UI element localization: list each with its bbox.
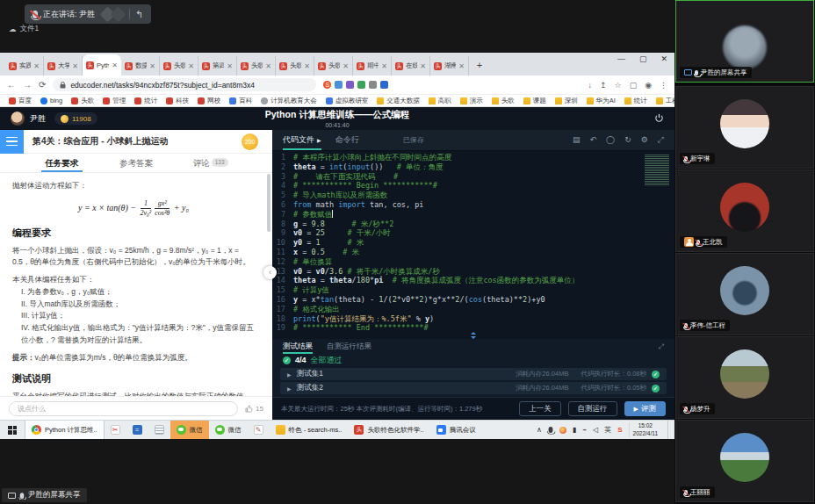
history-icon[interactable]: ↻ [624,135,631,145]
bookmark-item[interactable]: 百科 [229,97,252,105]
tab-close-icon[interactable]: ✕ [33,62,40,70]
browser-tab[interactable]: 头在线编✕ [392,56,430,76]
editor-minimap[interactable] [645,155,669,186]
participant-tile[interactable]: 李伟-信工程 [675,253,814,335]
comment-input[interactable]: 说点什么 [9,401,238,416]
browser-tab[interactable]: 头第四章✕ [198,56,237,76]
network-icon[interactable]: ⌁ [582,426,587,434]
browser-tab[interactable]: 头大学计✕ [44,56,83,76]
tab-comments[interactable]: 评论133 [173,154,248,172]
cloud-doc-widget[interactable]: ☁ 文件1 [9,24,39,34]
maximize-button[interactable]: ▢ [639,54,647,63]
tab-group-icon[interactable]: ▢ [630,81,638,90]
bookmark-item[interactable]: 头歌 [492,97,515,105]
participant-tile[interactable]: 杨梦升 [675,336,814,419]
tab-code-file[interactable]: 代码文件▶ [283,130,321,150]
tab-selfrun-results[interactable]: 自测运行结果 [327,339,371,354]
taskbar-app-chrome[interactable]: Python 计算思维.. [25,421,105,439]
browser-tab[interactable]: 头头歌实✕ [314,56,353,76]
tab-reference-answer[interactable]: 参考答案 [99,154,174,172]
expand-caret-icon[interactable]: ▶ [287,371,292,378]
extension-icon[interactable] [369,81,377,89]
bookmark-star-icon[interactable]: ☆ [615,81,622,90]
taskbar-app-notepad[interactable] [148,421,170,439]
taskbar-app-meeting[interactable]: 腾讯会议 [430,421,482,439]
forward-icon[interactable]: → [23,80,32,90]
participant-tile[interactable]: 新宇琳 [675,86,814,169]
bookmark-item[interactable]: 统计 [134,97,157,105]
close-button[interactable]: ✕ [660,54,667,63]
browser-tab[interactable]: 头数据结✕ [121,56,160,76]
expand-icon[interactable]: ⤢ [659,342,664,351]
new-tab-button[interactable]: + [472,59,487,73]
menu-dots-icon[interactable]: ⋮ [660,81,667,90]
bookmark-item[interactable]: 演示 [460,97,483,105]
tab-close-icon[interactable]: ✕ [227,62,233,70]
show-desktop-button[interactable] [667,421,671,439]
browser-tab[interactable]: 头实践教✕ [5,56,44,76]
participant-tile[interactable]: 王丽丽 [675,420,814,502]
bookmark-item[interactable]: 科技 [166,97,189,105]
power-icon[interactable] [654,111,664,126]
address-bar[interactable]: educoder.net/tasks/94ncxbzf875t?subject_… [53,78,316,91]
bookmark-item[interactable]: 计算机教育大会 [261,97,317,105]
bookmark-item[interactable]: 课题 [523,97,546,105]
reload-icon[interactable]: ⟳ [39,80,46,90]
evaluate-button[interactable]: ▶评测 [624,401,666,416]
hamburger-menu-icon[interactable] [0,130,24,154]
extension-icon[interactable] [346,81,354,89]
bookmark-item[interactable]: 虚拟教研室 [326,97,369,105]
user-avatar[interactable] [11,112,25,126]
task-panel-scrollbar[interactable] [267,174,270,232]
test-set-row[interactable]: ▶测试集1消耗内存26.04MB代码执行时长：0.08秒✓ [280,368,667,380]
browser-tab[interactable]: 头湖南大✕ [430,56,469,76]
tab-close-icon[interactable]: ✕ [72,62,78,70]
settings-gear-icon[interactable]: ⚙ [641,135,648,145]
panel-splitter[interactable] [272,332,674,339]
tab-close-icon[interactable]: ✕ [458,62,465,70]
back-arrow-icon[interactable]: ↰ [135,9,143,20]
expand-caret-icon[interactable]: ▶ [287,385,292,392]
taskbar-app-wechat[interactable]: 微信 [209,421,248,439]
sogou-tray-icon[interactable]: S [617,426,622,434]
browser-tab[interactable]: 头头歌实✕ [237,56,276,76]
tab-close-icon[interactable]: ✕ [149,62,155,70]
tray-mic-icon[interactable] [548,427,552,433]
bookmark-item[interactable]: bing [40,97,62,104]
participant-tile[interactable]: 王北凯 [675,169,814,252]
tab-close-icon[interactable]: ✕ [420,62,426,70]
download-icon[interactable]: ↓ [588,81,593,90]
taskbar-app-snip[interactable]: ✂ [105,421,126,439]
file-tree-icon[interactable]: ▤ [573,135,581,145]
self-run-button[interactable]: 自测运行 [568,401,617,416]
participant-tile[interactable]: 尹胜的屏幕共享 [675,0,814,83]
tab-close-icon[interactable]: ✕ [304,62,310,70]
back-icon[interactable]: ← [7,80,16,90]
tab-close-icon[interactable]: ✕ [112,61,118,69]
bookmark-item[interactable]: 深圳 [555,97,578,105]
share-icon[interactable]: ↥ [600,81,607,90]
taskbar-app-calc[interactable]: = [126,421,148,439]
taskbar-app-pen[interactable]: ✎ [248,421,270,439]
bookmark-item[interactable]: 管理 [103,97,126,105]
tab-test-results[interactable]: 测试结果 [283,339,313,354]
browser-tab[interactable]: 头头歌实✕ [276,56,314,76]
bookmark-item[interactable]: 高职 [429,97,451,105]
bookmark-item[interactable]: 交通大数据 [377,97,420,105]
reset-icon[interactable]: ◯ [606,135,615,145]
test-set-row[interactable]: ▶测试集2消耗内存26.04MB代码执行时长：0.05秒✓ [280,382,667,394]
tab-requirement[interactable]: 任务要求 [25,154,99,172]
browser-tab[interactable]: 头Python✕ [83,54,121,76]
prev-stage-button[interactable]: 上一关 [519,401,561,416]
tray-expand-icon[interactable]: ∧ [537,426,542,434]
volume-icon[interactable]: ◁ [593,426,598,434]
extension-icon[interactable] [380,81,388,89]
bookmark-item[interactable]: 百度 [9,97,32,105]
panel-collapse-handle[interactable]: ‹ [263,266,277,279]
code-editor[interactable]: 1# 本程序计算小球向上斜抛在不同时间点的高度2theta = int(inpu… [272,151,674,332]
profile-icon[interactable]: ◉ [645,81,652,90]
tray-app-icon[interactable] [559,427,566,434]
bookmark-item[interactable]: 网校 [198,97,220,105]
browser-tab[interactable]: 头头歌实✕ [160,56,198,76]
ime-icon[interactable]: 英 [604,425,611,435]
